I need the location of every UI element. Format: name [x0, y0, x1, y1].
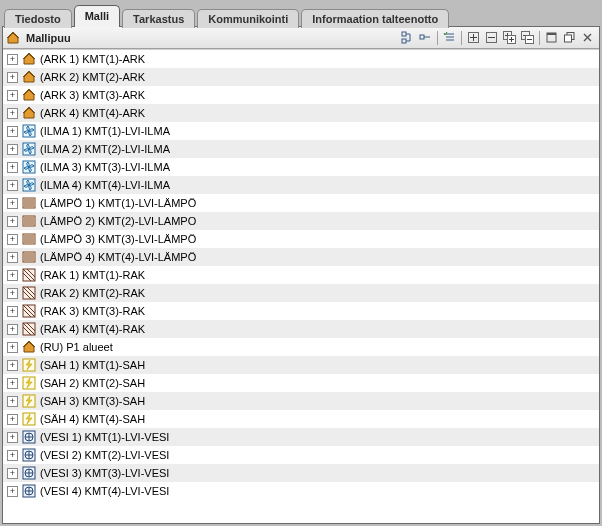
- tree-node-label: (SÄH 4) KMT(4)-SAH: [40, 413, 145, 425]
- tree-node-label: (VESI 3) KMT(3)-LVI-VESI: [40, 467, 169, 479]
- expander-icon[interactable]: +: [7, 360, 18, 371]
- tree-node-label: (RU) P1 alueet: [40, 341, 113, 353]
- expander-icon[interactable]: +: [7, 450, 18, 461]
- tree-row[interactable]: + (SAH 1) KMT(1)-SAH: [3, 356, 599, 374]
- tree-node-label: (SAH 2) KMT(2)-SAH: [40, 377, 145, 389]
- expander-icon[interactable]: +: [7, 108, 18, 119]
- tree-row[interactable]: + (ILMA 3) KMT(3)-LVI-ILMA: [3, 158, 599, 176]
- tree-row[interactable]: + (VESI 1) KMT(1)-LVI-VESI: [3, 428, 599, 446]
- model-tree[interactable]: + (ARK 1) KMT(1)-ARK+ (ARK 2) KMT(2)-ARK…: [3, 49, 599, 523]
- tree-row[interactable]: + (LÄMPÖ 3) KMT(3)-LVI-LÄMPÖ: [3, 230, 599, 248]
- detach-panel-button[interactable]: [561, 29, 578, 46]
- expander-icon[interactable]: +: [7, 324, 18, 335]
- tab-kommunikointi[interactable]: Kommunikointi: [197, 9, 299, 28]
- tree-row[interactable]: + (RAK 1) KMT(1)-RAK: [3, 266, 599, 284]
- svg-rect-2: [420, 35, 424, 39]
- expander-icon[interactable]: +: [7, 270, 18, 281]
- section-icon: [22, 304, 36, 318]
- collapse-tree-button[interactable]: [417, 29, 434, 46]
- tab-tarkastus[interactable]: Tarkastus: [122, 9, 195, 28]
- tree-row[interactable]: + (LÄMPÖ 2) KMT(2)-LVI-LAMPO: [3, 212, 599, 230]
- expander-icon[interactable]: +: [7, 396, 18, 407]
- tree-row[interactable]: + (LÄMPÖ 4) KMT(4)-LVI-LÄMPÖ: [3, 248, 599, 266]
- expander-icon[interactable]: +: [7, 144, 18, 155]
- expand-all-button[interactable]: [501, 29, 518, 46]
- tree-node-label: (LÄMPÖ 4) KMT(4)-LVI-LÄMPÖ: [40, 251, 196, 263]
- svg-rect-12: [565, 35, 572, 42]
- valve-icon: [22, 448, 36, 462]
- expander-icon[interactable]: +: [7, 486, 18, 497]
- tree-row[interactable]: + (ILMA 4) KMT(4)-LVI-ILMA: [3, 176, 599, 194]
- bolt-icon: [22, 412, 36, 426]
- panel-toolbar: [399, 29, 596, 46]
- tab-label: Malli: [85, 10, 109, 22]
- bolt-icon: [22, 358, 36, 372]
- tab-label: Informaation talteenotto: [312, 13, 438, 25]
- expander-icon[interactable]: +: [7, 252, 18, 263]
- tree-row[interactable]: + (ARK 4) KMT(4)-ARK: [3, 104, 599, 122]
- tree-node-label: (ILMA 2) KMT(2)-LVI-ILMA: [40, 143, 170, 155]
- tree-row[interactable]: + (SÄH 4) KMT(4)-SAH: [3, 410, 599, 428]
- tree-row[interactable]: + (VESI 3) KMT(3)-LVI-VESI: [3, 464, 599, 482]
- expander-icon[interactable]: +: [7, 126, 18, 137]
- tab-malli[interactable]: Malli: [74, 5, 120, 27]
- tree-row[interactable]: + (ARK 2) KMT(2)-ARK: [3, 68, 599, 86]
- expander-icon[interactable]: +: [7, 72, 18, 83]
- expander-icon[interactable]: +: [7, 54, 18, 65]
- fan-icon: [22, 142, 36, 156]
- tree-row[interactable]: + (SAH 3) KMT(3)-SAH: [3, 392, 599, 410]
- expander-icon[interactable]: +: [7, 162, 18, 173]
- tree-row[interactable]: + (SAH 2) KMT(2)-SAH: [3, 374, 599, 392]
- expander-icon[interactable]: +: [7, 198, 18, 209]
- tree-node-label: (ARK 2) KMT(2)-ARK: [40, 71, 145, 83]
- expander-icon[interactable]: +: [7, 306, 18, 317]
- tab-label: Tiedosto: [15, 13, 61, 25]
- collapse-all-button[interactable]: [519, 29, 536, 46]
- tabstrip: Tiedosto Malli Tarkastus Kommunikointi I…: [2, 2, 600, 26]
- tab-informaation-talteenotto[interactable]: Informaation talteenotto: [301, 9, 449, 28]
- fan-icon: [22, 124, 36, 138]
- close-panel-button[interactable]: [579, 29, 596, 46]
- tab-tiedosto[interactable]: Tiedosto: [4, 9, 72, 28]
- expander-icon[interactable]: +: [7, 414, 18, 425]
- expander-icon[interactable]: +: [7, 216, 18, 227]
- tree-node-label: (ARK 1) KMT(1)-ARK: [40, 53, 145, 65]
- expander-icon[interactable]: +: [7, 432, 18, 443]
- tree-row[interactable]: + (VESI 4) KMT(4)-LVI-VESI: [3, 482, 599, 500]
- bolt-icon: [22, 394, 36, 408]
- tab-label: Tarkastus: [133, 13, 184, 25]
- expander-icon[interactable]: +: [7, 468, 18, 479]
- valve-icon: [22, 484, 36, 498]
- tree-row[interactable]: + (RAK 4) KMT(4)-RAK: [3, 320, 599, 338]
- tree-node-label: (VESI 1) KMT(1)-LVI-VESI: [40, 431, 169, 443]
- expander-icon[interactable]: +: [7, 378, 18, 389]
- tab-label: Kommunikointi: [208, 13, 288, 25]
- expander-icon[interactable]: +: [7, 342, 18, 353]
- expand-node-button[interactable]: [465, 29, 482, 46]
- fan-icon: [22, 160, 36, 174]
- expander-icon[interactable]: +: [7, 180, 18, 191]
- tree-node-label: (RAK 2) KMT(2)-RAK: [40, 287, 145, 299]
- section-icon: [22, 268, 36, 282]
- tree-row[interactable]: + (LÄMPÖ 1) KMT(1)-LVI-LÄMPÖ: [3, 194, 599, 212]
- tree-row[interactable]: + (RU) P1 alueet: [3, 338, 599, 356]
- radiator-icon: [22, 214, 36, 228]
- tree-row[interactable]: + (ILMA 2) KMT(2)-LVI-ILMA: [3, 140, 599, 158]
- expander-icon[interactable]: +: [7, 234, 18, 245]
- expand-tree-button[interactable]: [399, 29, 416, 46]
- expander-icon[interactable]: +: [7, 90, 18, 101]
- checklist-button[interactable]: [441, 29, 458, 46]
- tree-node-label: (VESI 4) KMT(4)-LVI-VESI: [40, 485, 169, 497]
- tree-row[interactable]: + (RAK 2) KMT(2)-RAK: [3, 284, 599, 302]
- tree-row[interactable]: + (RAK 3) KMT(3)-RAK: [3, 302, 599, 320]
- panel-title: Mallipuu: [26, 32, 71, 44]
- restore-window-button[interactable]: [543, 29, 560, 46]
- collapse-node-button[interactable]: [483, 29, 500, 46]
- tree-row[interactable]: + (ARK 1) KMT(1)-ARK: [3, 50, 599, 68]
- toolbar-separator: [461, 31, 462, 45]
- expander-icon[interactable]: +: [7, 288, 18, 299]
- tree-row[interactable]: + (ILMA 1) KMT(1)-LVI-ILMA: [3, 122, 599, 140]
- tree-row[interactable]: + (VESI 2) KMT(2)-LVI-VESI: [3, 446, 599, 464]
- tree-row[interactable]: + (ARK 3) KMT(3)-ARK: [3, 86, 599, 104]
- tree-node-label: (SAH 1) KMT(1)-SAH: [40, 359, 145, 371]
